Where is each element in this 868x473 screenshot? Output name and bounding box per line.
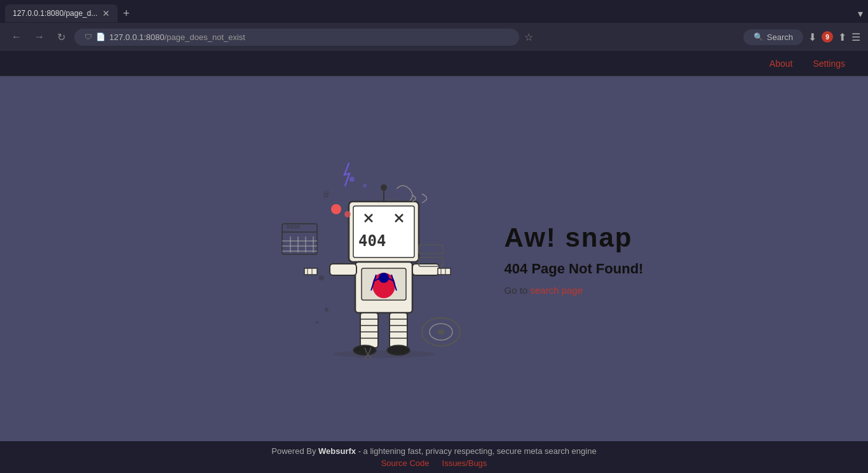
back-button[interactable]: ← — [8, 29, 25, 45]
svg-point-16 — [379, 273, 389, 283]
svg-point-52 — [437, 329, 445, 334]
footer-powered-prefix: Powered By — [271, 446, 318, 456]
search-page-link[interactable]: search page — [530, 285, 583, 296]
tab-close-button[interactable]: ✕ — [102, 8, 110, 18]
svg-point-55 — [344, 211, 351, 217]
footer-links: Source Code Issues/Bugs — [381, 458, 487, 468]
footer-brand: Websurfx — [318, 446, 356, 456]
share-icon[interactable]: ⬆ — [838, 31, 846, 43]
search-button[interactable]: 🔍 Search — [743, 29, 803, 45]
error-headline: Aw! snap — [505, 223, 644, 253]
error-subheading: 404 Page Not Found! — [505, 261, 644, 277]
footer-tagline: Powered By Websurfx - a lightening fast,… — [271, 446, 596, 456]
ublock-button[interactable]: 9 — [822, 31, 833, 43]
footer-tagline-text: - a lightening fast, privacy respecting,… — [356, 446, 597, 456]
svg-rect-25 — [360, 313, 378, 348]
url-input[interactable]: 🛡 📄 127.0.0.1:8080/page_does_not_exist — [74, 29, 519, 46]
robot-illustration: # 404 — [225, 151, 466, 367]
issues-link[interactable]: Issues/Bugs — [442, 458, 487, 468]
search-label: Search — [767, 32, 793, 42]
svg-point-12 — [381, 184, 387, 191]
svg-point-37 — [333, 350, 435, 358]
browser-tab[interactable]: 127.0.0.1:8080/page_d... ✕ — [5, 4, 118, 22]
shield-icon: 🛡 — [85, 32, 92, 41]
search-icon: 🔍 — [754, 32, 763, 41]
robot-svg: # 404 — [225, 151, 466, 367]
svg-rect-19 — [330, 264, 356, 275]
toolbar-icons: ⬇ 9 ⬆ ☰ — [808, 31, 860, 43]
url-display: 127.0.0.1:8080/page_does_not_exist — [109, 32, 509, 42]
svg-rect-22 — [412, 264, 439, 275]
download-icon[interactable]: ⬇ — [808, 31, 817, 43]
menu-icon[interactable]: ☰ — [851, 31, 860, 43]
error-container: Aw! snap 404 Page Not Found! Go to searc… — [505, 223, 644, 296]
bookmark-button[interactable]: ☆ — [524, 31, 533, 43]
svg-point-58 — [316, 321, 318, 324]
page-icon: 📄 — [96, 32, 105, 41]
svg-point-1 — [363, 184, 367, 188]
settings-link[interactable]: Settings — [803, 53, 855, 74]
app-nav: About Settings — [0, 51, 868, 76]
footer: Powered By Websurfx - a lightening fast,… — [0, 441, 868, 473]
svg-point-0 — [349, 177, 355, 182]
svg-point-57 — [325, 308, 329, 312]
svg-rect-31 — [390, 313, 407, 348]
address-bar: ← → ↻ 🛡 📄 127.0.0.1:8080/page_does_not_e… — [0, 23, 868, 51]
svg-text:#: # — [323, 189, 329, 200]
tab-list-button[interactable]: ▾ — [858, 8, 863, 20]
about-link[interactable]: About — [759, 53, 803, 74]
svg-point-56 — [319, 275, 324, 280]
svg-point-54 — [331, 204, 341, 214]
main-content: # 404 — [0, 76, 868, 441]
tab-title: 127.0.0.1:8080/page_d... — [13, 9, 97, 18]
svg-text:00110!: 00110! — [287, 224, 300, 229]
svg-rect-48 — [419, 245, 443, 254]
forward-button[interactable]: → — [31, 29, 48, 45]
go-to-prefix: Go to — [505, 285, 528, 296]
error-go-to: Go to search page — [505, 285, 644, 296]
new-tab-button[interactable]: + — [118, 7, 135, 20]
source-code-link[interactable]: Source Code — [381, 458, 430, 468]
svg-text:404: 404 — [358, 232, 386, 250]
reload-button[interactable]: ↻ — [53, 29, 69, 46]
